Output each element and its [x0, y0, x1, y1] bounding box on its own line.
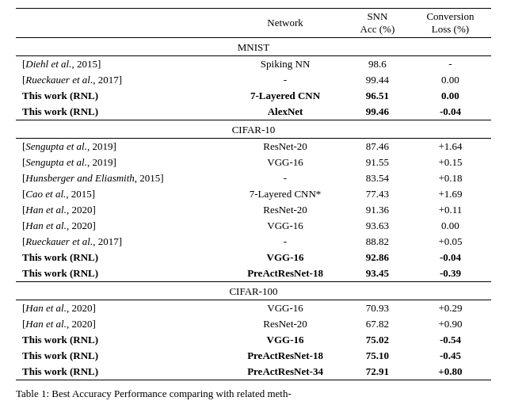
cell-network: VGG-16 [225, 155, 345, 170]
cell-network: - [225, 170, 345, 186]
cell-network: PreActResNet-18 [225, 348, 345, 364]
cell-acc: 87.46 [345, 139, 410, 155]
section-header-2: CIFAR-100 [16, 282, 491, 300]
cell-ref: [Rueckauer et al., 2017] [16, 234, 225, 250]
cell-acc: 67.82 [345, 316, 410, 332]
cell-network: - [225, 234, 345, 250]
cell-ref: This work (RNL) [16, 88, 225, 104]
cell-loss: -0.04 [410, 250, 491, 265]
cell-ref: [Han et al., 2020] [16, 202, 225, 218]
cell-acc: 77.43 [345, 186, 410, 202]
table-header-row: Network SNNAcc (%) ConversionLoss (%) [16, 9, 491, 38]
cell-ref: [Sengupta et al., 2019] [16, 155, 225, 170]
cell-acc: 75.10 [345, 348, 410, 364]
cell-network: PreActResNet-18 [225, 265, 345, 282]
col-header-loss: ConversionLoss (%) [410, 9, 491, 38]
cell-network: AlexNet [225, 104, 345, 120]
cell-loss: +0.15 [410, 155, 491, 170]
cell-loss: -0.54 [410, 332, 491, 348]
cell-ref: [Cao et al., 2015] [16, 186, 225, 202]
cell-network: - [225, 72, 345, 88]
cell-ref: This work (RNL) [16, 364, 225, 380]
cell-ref: This work (RNL) [16, 250, 225, 265]
cell-ref: This work (RNL) [16, 265, 225, 282]
table-row: This work (RNL)VGG-1675.02-0.54 [16, 332, 491, 348]
cell-acc: 70.93 [345, 300, 410, 317]
cell-ref: This work (RNL) [16, 104, 225, 120]
cell-loss: +0.80 [410, 364, 491, 380]
cell-network: 7-Layered CNN [225, 88, 345, 104]
table-row: [Rueckauer et al., 2017]-99.440.00 [16, 72, 491, 88]
cell-loss: +0.05 [410, 234, 491, 250]
cell-loss: - [410, 56, 491, 73]
table-row: This work (RNL)AlexNet99.46-0.04 [16, 104, 491, 120]
cell-loss: -0.45 [410, 348, 491, 364]
cell-acc: 88.82 [345, 234, 410, 250]
section-header-0: MNIST [16, 38, 491, 56]
table-caption: Table 1: Best Accuracy Performance compa… [16, 387, 491, 401]
cell-acc: 92.86 [345, 250, 410, 265]
col-header-network: Network [225, 9, 345, 38]
cell-network: VGG-16 [225, 250, 345, 265]
cell-acc: 91.36 [345, 202, 410, 218]
table-row: [Diehl et al., 2015]Spiking NN98.6- [16, 56, 491, 73]
table-container: Network SNNAcc (%) ConversionLoss (%) MN… [16, 8, 491, 401]
cell-ref: [Sengupta et al., 2019] [16, 139, 225, 155]
cell-network: VGG-16 [225, 218, 345, 234]
table-row: This work (RNL)7-Layered CNN96.510.00 [16, 88, 491, 104]
cell-network: VGG-16 [225, 300, 345, 317]
table-row: This work (RNL)PreActResNet-3472.91+0.80 [16, 364, 491, 380]
cell-loss: +0.11 [410, 202, 491, 218]
cell-network: ResNet-20 [225, 202, 345, 218]
cell-ref: [Han et al., 2020] [16, 218, 225, 234]
table-row: [Rueckauer et al., 2017]-88.82+0.05 [16, 234, 491, 250]
cell-loss: +0.90 [410, 316, 491, 332]
cell-ref: This work (RNL) [16, 348, 225, 364]
cell-loss: 0.00 [410, 218, 491, 234]
cell-acc: 83.54 [345, 170, 410, 186]
table-row: This work (RNL)PreActResNet-1893.45-0.39 [16, 265, 491, 282]
cell-network: VGG-16 [225, 332, 345, 348]
cell-ref: [Rueckauer et al., 2017] [16, 72, 225, 88]
cell-loss: +0.29 [410, 300, 491, 317]
cell-acc: 99.46 [345, 104, 410, 120]
cell-ref: [Han et al., 2020] [16, 300, 225, 317]
section-header-1: CIFAR-10 [16, 120, 491, 139]
cell-loss: 0.00 [410, 88, 491, 104]
table-row: [Han et al., 2020]ResNet-2067.82+0.90 [16, 316, 491, 332]
cell-loss: +1.64 [410, 139, 491, 155]
table-row: [Han et al., 2020]VGG-1693.630.00 [16, 218, 491, 234]
cell-network: ResNet-20 [225, 316, 345, 332]
table-row: This work (RNL)PreActResNet-1875.10-0.45 [16, 348, 491, 364]
cell-acc: 93.63 [345, 218, 410, 234]
cell-acc: 98.6 [345, 56, 410, 73]
cell-acc: 96.51 [345, 88, 410, 104]
cell-ref: [Diehl et al., 2015] [16, 56, 225, 73]
comparison-table: Network SNNAcc (%) ConversionLoss (%) MN… [16, 8, 491, 380]
cell-ref: This work (RNL) [16, 332, 225, 348]
cell-ref: [Han et al., 2020] [16, 316, 225, 332]
cell-loss: -0.04 [410, 104, 491, 120]
cell-loss: -0.39 [410, 265, 491, 282]
cell-network: PreActResNet-34 [225, 364, 345, 380]
cell-acc: 72.91 [345, 364, 410, 380]
cell-network: ResNet-20 [225, 139, 345, 155]
cell-acc: 91.55 [345, 155, 410, 170]
cell-network: Spiking NN [225, 56, 345, 73]
table-row: [Sengupta et al., 2019]VGG-1691.55+0.15 [16, 155, 491, 170]
cell-acc: 99.44 [345, 72, 410, 88]
col-header-acc: SNNAcc (%) [345, 9, 410, 38]
cell-ref: [Hunsberger and Eliasmith, 2015] [16, 170, 225, 186]
table-row: [Han et al., 2020]ResNet-2091.36+0.11 [16, 202, 491, 218]
cell-acc: 75.02 [345, 332, 410, 348]
cell-network: 7-Layered CNN* [225, 186, 345, 202]
table-row: [Hunsberger and Eliasmith, 2015]-83.54+0… [16, 170, 491, 186]
cell-loss: +1.69 [410, 186, 491, 202]
cell-loss: 0.00 [410, 72, 491, 88]
table-row: This work (RNL)VGG-1692.86-0.04 [16, 250, 491, 265]
table-row: [Han et al., 2020]VGG-1670.93+0.29 [16, 300, 491, 317]
cell-acc: 93.45 [345, 265, 410, 282]
cell-loss: +0.18 [410, 170, 491, 186]
col-header-ref [16, 9, 225, 38]
table-row: [Cao et al., 2015]7-Layered CNN*77.43+1.… [16, 186, 491, 202]
